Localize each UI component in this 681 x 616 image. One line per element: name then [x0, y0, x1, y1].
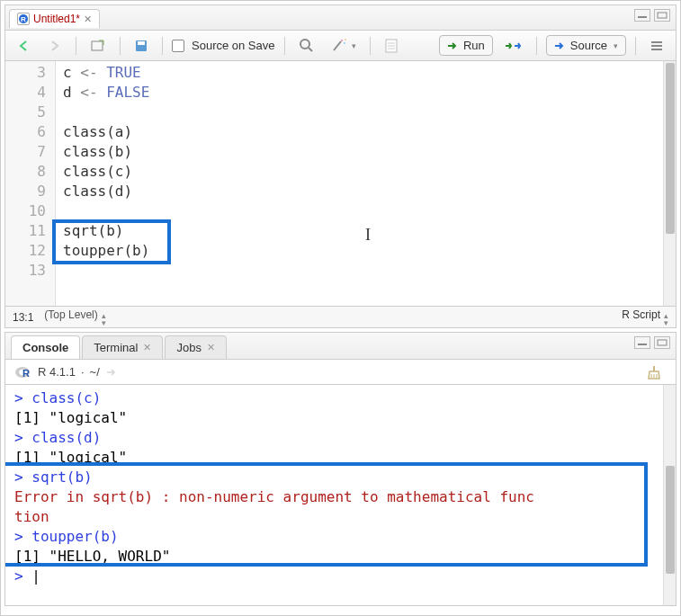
back-button[interactable] [13, 37, 36, 55]
svg-rect-0 [638, 16, 647, 18]
source-on-save-checkbox[interactable] [172, 40, 184, 52]
svg-rect-1 [658, 13, 667, 18]
source-on-save-label: Source on Save [192, 39, 275, 52]
source-button[interactable]: Source▾ [546, 35, 626, 56]
minimize-pane-button[interactable] [634, 336, 650, 349]
go-to-dir-icon[interactable] [105, 367, 118, 378]
code-tools-button[interactable]: ▾ [327, 35, 361, 57]
editor-statusbar: 13:1 (Top Level)▴▾ R Script▴▾ [5, 306, 676, 327]
svg-rect-4 [138, 41, 145, 45]
save-button[interactable] [130, 36, 153, 56]
console-tab-bar: Console Terminal✕ Jobs✕ [5, 333, 676, 360]
outline-button[interactable] [645, 37, 668, 55]
close-icon[interactable]: ✕ [84, 13, 92, 25]
clear-console-button[interactable] [641, 362, 667, 383]
line-number-gutter: 345678910111213 [5, 61, 56, 306]
separator: · [81, 365, 85, 379]
r-logo-icon: R [14, 365, 32, 379]
language-selector[interactable]: R Script▴▾ [622, 308, 668, 326]
maximize-pane-button[interactable] [654, 9, 670, 22]
svg-line-6 [309, 48, 312, 51]
console-pane: Console Terminal✕ Jobs✕ R R 4.1.1 · ~/ >… [4, 332, 677, 606]
console-info-bar: R R 4.1.1 · ~/ [5, 360, 676, 385]
close-icon[interactable]: ✕ [143, 342, 151, 353]
svg-text:R: R [22, 368, 30, 379]
svg-line-7 [334, 41, 341, 50]
maximize-pane-button[interactable] [654, 336, 670, 349]
svg-rect-2 [92, 41, 103, 50]
console-output[interactable]: > class(c)[1] "logical"> class(d)[1] "lo… [5, 385, 676, 605]
close-icon[interactable]: ✕ [207, 342, 215, 353]
svg-point-10 [345, 39, 346, 40]
forward-button[interactable] [43, 37, 67, 55]
editor-tab-bar: R Untitled1* ✕ [5, 5, 676, 31]
find-button[interactable] [294, 35, 319, 57]
cursor-position: 13:1 [13, 311, 33, 324]
editor-tab[interactable]: R Untitled1* ✕ [9, 9, 100, 28]
editor-scrollbar[interactable] [663, 61, 676, 306]
working-dir-label: ~/ [90, 365, 100, 379]
svg-point-5 [300, 40, 309, 49]
minimize-pane-button[interactable] [634, 9, 650, 22]
editor-toolbar: Source on Save ▾ Run Source▾ [5, 31, 676, 61]
tab-console[interactable]: Console [11, 335, 80, 359]
tab-terminal[interactable]: Terminal✕ [82, 335, 163, 359]
editor-tab-title: Untitled1* [33, 13, 80, 25]
r-version-label: R 4.1.1 [38, 365, 76, 379]
code-editor[interactable]: 345678910111213 I c <- TRUEd <- FALSE cl… [5, 61, 676, 306]
console-scrollbar[interactable] [663, 385, 676, 605]
svg-rect-19 [658, 340, 667, 345]
show-in-new-window-button[interactable] [85, 36, 111, 56]
editor-pane: R Untitled1* ✕ Source on Save ▾ Run Sour… [4, 4, 677, 328]
compile-report-button[interactable] [380, 35, 403, 57]
text-cursor-icon: I [365, 225, 371, 245]
svg-point-9 [344, 42, 345, 44]
tab-jobs[interactable]: Jobs✕ [165, 335, 226, 359]
rerun-button[interactable] [500, 37, 527, 55]
run-button[interactable]: Run [439, 35, 493, 56]
svg-point-8 [341, 40, 343, 41]
r-file-icon: R [17, 13, 30, 25]
svg-rect-18 [638, 344, 647, 345]
scope-selector[interactable]: (Top Level)▴▾ [33, 308, 622, 326]
code-area[interactable]: I c <- TRUEd <- FALSE class(a)class(b)cl… [56, 61, 676, 306]
